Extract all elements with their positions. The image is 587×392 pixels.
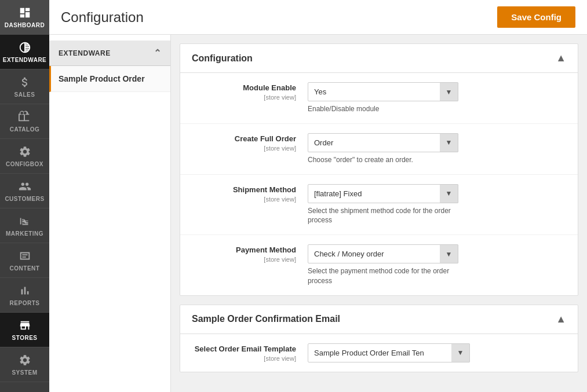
shipment-method-select-wrapper: [flatrate] Fixed ▼ [308,184,458,203]
sidebar-item-extendware[interactable]: EXTENDWARE [0,35,49,69]
email-section-title: Sample Order Confirmation Email [192,314,340,324]
email-section: Sample Order Confirmation Email ▲ Select… [180,305,578,372]
sidebar-item-system-label: SYSTEM [12,369,37,376]
email-template-label-sub: [store view] [192,355,296,362]
payment-method-select-wrapper: Check / Money order ▼ [308,244,458,263]
shipment-method-label-sub: [store view] [192,196,296,203]
module-enable-label-sub: [store view] [192,94,296,101]
right-panel: Configuration ▲ Module Enable [store vie… [171,35,587,392]
extendware-section-header[interactable]: EXTENDWARE ⌃ [49,41,170,66]
shipment-method-label-main: Shipment Method [233,185,296,194]
marketing-icon [18,214,32,228]
sidebar-item-dashboard-label: DASHBOARD [5,22,45,28]
module-enable-select[interactable]: Yes No [308,82,458,101]
module-enable-label-main: Module Enable [243,83,296,92]
payment-method-help: Select the payment method code for the o… [308,266,464,286]
payment-method-label-main: Payment Method [236,246,296,254]
sidebar-item-system[interactable]: SYSTEM [0,347,49,382]
shipment-method-row: Shipment Method [store view] [flatrate] … [180,175,578,236]
email-template-select-wrapper: Sample Product Order Email Ten ▼ [308,343,470,362]
sidebar-item-stores-label: STORES [12,335,38,341]
payment-method-select[interactable]: Check / Money order [308,244,458,263]
shipment-method-help: Select the shipment method code for the … [308,206,464,226]
sidebar-item-marketing-label: MARKETING [6,230,43,237]
payment-method-row: Payment Method [store view] Check / Mone… [180,235,578,295]
configuration-section-title: Configuration [192,53,253,64]
payment-method-field: Check / Money order ▼ Select the payment… [308,244,566,286]
payment-method-label: Payment Method [store view] [192,244,308,263]
create-full-order-label-main: Create Full Order [235,134,296,143]
sidebar-item-customers-label: CUSTOMERS [5,196,44,202]
payment-method-label-sub: [store view] [192,256,296,263]
configuration-section: Configuration ▲ Module Enable [store vie… [180,43,578,296]
extendware-icon [18,41,32,54]
left-panel: EXTENDWARE ⌃ Sample Product Order [49,35,171,392]
email-template-select[interactable]: Sample Product Order Email Ten [308,343,470,362]
shipment-method-field: [flatrate] Fixed ▼ Select the shipment m… [308,184,566,226]
email-template-label-main: Select Order Email Template [195,345,296,353]
create-full-order-label: Create Full Order [store view] [192,133,308,152]
sidebar-item-dashboard[interactable]: DASHBOARD [0,0,49,35]
customers-icon [18,179,32,193]
catalog-icon [18,110,32,124]
configuration-toggle-icon: ▲ [556,52,566,64]
module-enable-help: Enable/Disable module [308,104,464,114]
module-enable-select-wrapper: Yes No ▼ [308,82,458,101]
configbox-icon [18,145,32,159]
dashboard-icon [18,6,32,20]
main-area: Configuration Save Config EXTENDWARE ⌃ S… [49,0,587,392]
extendware-label: EXTENDWARE [59,49,111,57]
sales-icon [18,75,32,89]
create-full-order-label-sub: [store view] [192,145,296,152]
email-template-row: Select Order Email Template [store view]… [180,334,578,372]
page-title: Configuration [61,9,144,25]
create-full-order-select[interactable]: Order [308,133,458,152]
create-full-order-row: Create Full Order [store view] Order ▼ C… [180,124,578,175]
sidebar-item-reports[interactable]: REPORTS [0,278,49,313]
stores-icon [18,318,32,332]
content-area: EXTENDWARE ⌃ Sample Product Order Config… [49,35,587,392]
nav-item-sample-product-order[interactable]: Sample Product Order [49,66,170,92]
email-template-label: Select Order Email Template [store view] [192,343,308,362]
module-enable-row: Module Enable [store view] Yes No ▼ Enab… [180,73,578,124]
sidebar: DASHBOARD EXTENDWARE SALES CATALOG CONFI… [0,0,49,392]
sidebar-item-marketing[interactable]: MARKETING [0,208,49,243]
sidebar-item-content-label: CONTENT [10,265,40,272]
sidebar-item-stores[interactable]: STORES [0,313,49,347]
reports-icon [18,284,32,298]
email-toggle-icon: ▲ [556,313,566,325]
email-template-field: Sample Product Order Email Ten ▼ [308,343,566,362]
content-icon [18,249,32,263]
sidebar-item-sales[interactable]: SALES [0,69,49,104]
chevron-up-icon: ⌃ [154,47,162,58]
email-section-header[interactable]: Sample Order Confirmation Email ▲ [180,305,578,334]
sidebar-item-reports-label: REPORTS [10,300,40,306]
save-config-button[interactable]: Save Config [497,6,575,28]
sidebar-item-catalog-label: CATALOG [10,126,39,133]
sidebar-item-content[interactable]: CONTENT [0,243,49,278]
sidebar-item-customers[interactable]: CUSTOMERS [0,174,49,208]
nav-item-label: Sample Product Order [59,74,145,83]
create-full-order-help: Choose "order" to create an order. [308,155,464,165]
sidebar-item-configbox[interactable]: CONFIGBOX [0,139,49,174]
create-full-order-field: Order ▼ Choose "order" to create an orde… [308,133,566,165]
shipment-method-select[interactable]: [flatrate] Fixed [308,184,458,203]
module-enable-label: Module Enable [store view] [192,82,308,101]
sidebar-item-configbox-label: CONFIGBOX [6,161,43,167]
shipment-method-label: Shipment Method [store view] [192,184,308,203]
sidebar-item-catalog[interactable]: CATALOG [0,104,49,139]
sidebar-item-extendware-label: EXTENDWARE [3,57,47,63]
sidebar-item-sales-label: SALES [14,91,35,98]
create-full-order-select-wrapper: Order ▼ [308,133,458,152]
system-icon [18,353,32,367]
configuration-section-header[interactable]: Configuration ▲ [180,44,578,73]
module-enable-field: Yes No ▼ Enable/Disable module [308,82,566,114]
page-header: Configuration Save Config [49,0,587,35]
